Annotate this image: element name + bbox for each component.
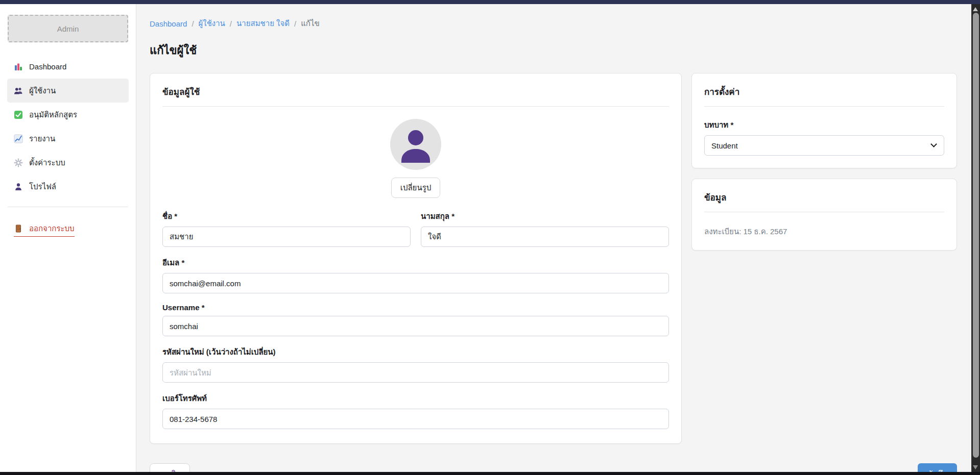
logout-label: ออกจากระบบ	[29, 222, 75, 235]
settings-card-title: การตั้งค่า	[692, 73, 957, 106]
user-info-card-title: ข้อมูลผู้ใช้	[150, 73, 681, 106]
sidebar-item-label: โปรไฟล์	[29, 181, 56, 193]
info-card: ข้อมูล ลงทะเบียน: 15 ธ.ค. 2567	[691, 179, 957, 251]
door-icon	[14, 224, 23, 233]
breadcrumb-link-user-name[interactable]: นายสมชาย ใจดี	[236, 17, 290, 30]
users-icon	[14, 86, 23, 95]
sidebar-item-approve-courses[interactable]: อนุมัติหลักสูตร	[7, 103, 129, 127]
sidebar-item-users[interactable]: ผู้ใช้งาน	[7, 79, 129, 103]
last-name-label: นามสกุล *	[421, 210, 669, 222]
app-logo: Admin	[8, 15, 128, 42]
first-name-label: ชื่อ *	[162, 210, 411, 222]
sidebar-item-profile[interactable]: โปรไฟล์	[7, 174, 129, 198]
breadcrumb: Dashboard / ผู้ใช้งาน / นายสมชาย ใจดี / …	[150, 17, 957, 30]
username-label: Username *	[162, 303, 669, 312]
sidebar-item-label: ผู้ใช้งาน	[29, 85, 56, 97]
role-select[interactable]: Student	[704, 135, 944, 156]
breadcrumb-separator: /	[192, 19, 194, 28]
sidebar-item-label: Dashboard	[29, 62, 66, 71]
main-content: Dashboard / ผู้ใช้งาน / นายสมชาย ใจดี / …	[136, 4, 980, 472]
sidebar-item-dashboard[interactable]: Dashboard	[7, 55, 129, 79]
role-label: บทบาท *	[704, 119, 944, 131]
person-icon	[14, 182, 23, 191]
last-name-field[interactable]	[421, 227, 669, 247]
page-title: แก้ไขผู้ใช้	[150, 41, 957, 59]
cancel-button[interactable]: ยกเลิก	[150, 463, 190, 472]
sidebar-item-reports[interactable]: รายงาน	[7, 127, 129, 151]
breadcrumb-separator: /	[230, 19, 232, 28]
scrollbar-up-arrow-icon[interactable]	[973, 7, 978, 11]
vertical-scrollbar[interactable]	[971, 4, 980, 475]
phone-field[interactable]	[162, 409, 669, 429]
save-button[interactable]: บันทึก	[918, 463, 957, 472]
phone-label: เบอร์โทรศัพท์	[162, 392, 669, 405]
breadcrumb-separator: /	[294, 19, 296, 28]
gear-icon	[14, 158, 23, 167]
registered-date-text: ลงทะเบียน: 15 ธ.ค. 2567	[704, 224, 944, 238]
new-password-field[interactable]	[162, 362, 669, 383]
right-column: การตั้งค่า บทบาท * Student ข้อมูล	[691, 73, 957, 251]
app-logo-label: Admin	[57, 24, 79, 33]
sidebar-item-system-settings[interactable]: ตั้งค่าระบบ	[7, 151, 129, 174]
breadcrumb-link-users[interactable]: ผู้ใช้งาน	[199, 17, 225, 30]
username-field[interactable]	[162, 316, 669, 336]
breadcrumb-current: แก้ไข	[301, 17, 320, 30]
sidebar-item-label: รายงาน	[29, 133, 55, 145]
scrollbar-thumb[interactable]	[973, 13, 979, 458]
top-accent-bar	[0, 0, 980, 4]
bottom-bar	[0, 472, 980, 475]
email-field[interactable]	[162, 273, 669, 293]
info-card-title: ข้อมูล	[692, 179, 957, 212]
logout-link[interactable]: ออกจากระบบ	[14, 222, 75, 237]
sidebar: Admin Dashboard ผู้ใช้งาน อนุมัติหลักสูต…	[0, 4, 136, 472]
scrollbar-down-arrow-icon[interactable]	[973, 465, 978, 469]
email-label: อีเมล *	[162, 257, 669, 269]
line-chart-icon	[14, 134, 23, 143]
first-name-field[interactable]	[162, 227, 411, 247]
check-icon	[14, 110, 23, 119]
sidebar-divider	[8, 207, 128, 207]
avatar	[390, 119, 441, 170]
change-photo-button[interactable]: เปลี่ยนรูป	[391, 178, 440, 198]
breadcrumb-link-dashboard[interactable]: Dashboard	[150, 19, 187, 28]
new-password-label: รหัสผ่านใหม่ (เว้นว่างถ้าไม่เปลี่ยน)	[162, 346, 669, 358]
sidebar-nav: Dashboard ผู้ใช้งาน อนุมัติหลักสูตร รายง…	[0, 55, 136, 198]
settings-card: การตั้งค่า บทบาท * Student	[691, 73, 957, 168]
sidebar-item-label: อนุมัติหลักสูตร	[29, 109, 77, 121]
sidebar-item-label: ตั้งค่าระบบ	[29, 157, 65, 169]
user-info-card: ข้อมูลผู้ใช้ เปลี่ยนรูป ชื่อ *	[150, 73, 682, 444]
bar-chart-icon	[14, 62, 23, 71]
